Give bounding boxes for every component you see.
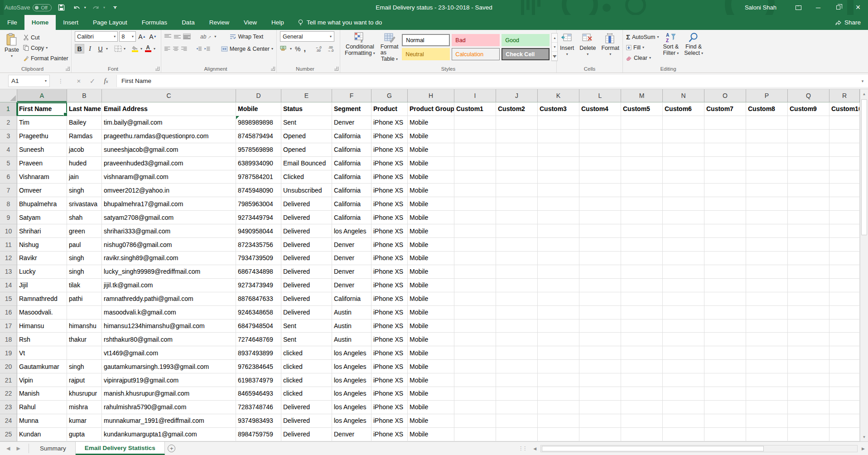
cell-E17[interactable]: Sent: [281, 319, 332, 333]
cell-K12[interactable]: [538, 252, 579, 265]
cell-E18[interactable]: Sent: [281, 333, 332, 346]
cell-B10[interactable]: green: [67, 224, 102, 238]
cell-H7[interactable]: Mobile: [408, 184, 454, 197]
cell-N6[interactable]: [663, 170, 704, 184]
cell-Q24[interactable]: [788, 414, 829, 428]
cell-O2[interactable]: [704, 116, 746, 130]
cell-A15[interactable]: Ramnathredd: [17, 292, 67, 306]
cell-J5[interactable]: [496, 157, 538, 170]
font-color-dropdown[interactable]: ▾: [154, 47, 155, 51]
cell-M9[interactable]: [621, 211, 663, 224]
cell-C25[interactable]: kundankumargupta1@gmail.com: [102, 428, 236, 441]
cell-L6[interactable]: [579, 170, 621, 184]
cell-G4[interactable]: iPhone XS: [371, 143, 408, 157]
cell-O4[interactable]: [704, 143, 746, 157]
cell-N16[interactable]: [663, 306, 704, 319]
cell-P11[interactable]: [746, 238, 788, 252]
cell-H16[interactable]: Mobile: [408, 306, 454, 319]
align-top-icon[interactable]: [164, 34, 171, 39]
cell-F14[interactable]: Denver: [332, 279, 371, 292]
cell-C13[interactable]: lucky_singh99989@rediffmail.com: [102, 265, 236, 279]
cell-N3[interactable]: [663, 130, 704, 143]
autosave-toggle[interactable]: Off: [33, 4, 51, 11]
cell-H3[interactable]: Mobile: [408, 130, 454, 143]
row-header-5[interactable]: 5: [0, 157, 17, 170]
cell-D21[interactable]: 6198374979: [236, 373, 281, 387]
align-left-icon[interactable]: [164, 46, 170, 51]
cell-G25[interactable]: iPhone XS: [371, 428, 408, 441]
cell-I8[interactable]: [454, 197, 496, 211]
comma-style-button[interactable]: ,: [304, 45, 305, 53]
cell-J25[interactable]: [496, 428, 538, 441]
row-header-15[interactable]: 15: [0, 292, 17, 306]
cell-R5[interactable]: [829, 157, 860, 170]
row-header-2[interactable]: 2: [0, 116, 17, 130]
cell-A3[interactable]: Prageethu: [17, 130, 67, 143]
cell-L2[interactable]: [579, 116, 621, 130]
cell-N7[interactable]: [663, 184, 704, 197]
cell-N17[interactable]: [663, 319, 704, 333]
cell-E15[interactable]: Delivered: [281, 292, 332, 306]
find-select-button[interactable]: Find & Select▾: [681, 31, 706, 63]
orientation-dropdown[interactable]: ▾: [214, 34, 216, 39]
cell-M4[interactable]: [621, 143, 663, 157]
cell-A21[interactable]: Vipin: [17, 373, 67, 387]
cell-R2[interactable]: [829, 116, 860, 130]
cell-K18[interactable]: [538, 333, 579, 346]
fill-button[interactable]: Fill ▾: [625, 42, 660, 53]
cell-D5[interactable]: 6389934090: [236, 157, 281, 170]
insert-cells-button[interactable]: Insert ▾: [557, 31, 577, 58]
cell-E21[interactable]: clicked: [281, 373, 332, 387]
cell-F24[interactable]: los Angeles: [332, 414, 371, 428]
cell-L1[interactable]: Custom4: [579, 102, 621, 116]
cell-Q20[interactable]: [788, 360, 829, 373]
cell-F25[interactable]: Denver: [332, 428, 371, 441]
cell-Q6[interactable]: [788, 170, 829, 184]
paste-button[interactable]: Paste ▾: [2, 31, 22, 63]
cell-B19[interactable]: [67, 346, 102, 360]
cell-M8[interactable]: [621, 197, 663, 211]
italic-button[interactable]: I: [85, 44, 95, 53]
cell-E23[interactable]: Delivered: [281, 401, 332, 414]
cell-I21[interactable]: [454, 373, 496, 387]
row-header-3[interactable]: 3: [0, 130, 17, 143]
cell-K14[interactable]: [538, 279, 579, 292]
row-header-6[interactable]: 6: [0, 170, 17, 184]
cell-Q8[interactable]: [788, 197, 829, 211]
cell-H10[interactable]: Mobile: [408, 224, 454, 238]
cell-N9[interactable]: [663, 211, 704, 224]
column-header-D[interactable]: D: [236, 89, 281, 102]
cell-N22[interactable]: [663, 387, 704, 401]
cell-B17[interactable]: himanshu: [67, 319, 102, 333]
cell-O15[interactable]: [704, 292, 746, 306]
cell-D8[interactable]: 7985963004: [236, 197, 281, 211]
cell-H14[interactable]: Mobile: [408, 279, 454, 292]
cell-K11[interactable]: [538, 238, 579, 252]
cell-G8[interactable]: iPhone XS: [371, 197, 408, 211]
number-format-select[interactable]: General▾: [280, 31, 334, 42]
cell-J16[interactable]: [496, 306, 538, 319]
cell-F9[interactable]: California: [332, 211, 371, 224]
accounting-dropdown[interactable]: ▾: [290, 47, 292, 51]
cell-O1[interactable]: Custom7: [704, 102, 746, 116]
cell-I7[interactable]: [454, 184, 496, 197]
cell-O10[interactable]: [704, 224, 746, 238]
cell-C4[interactable]: suneeshjacob@gmail.com: [102, 143, 236, 157]
cell-B3[interactable]: Ramdas: [67, 130, 102, 143]
format-dropdown[interactable]: ▾: [609, 52, 611, 56]
cell-G23[interactable]: iPhone XS: [371, 401, 408, 414]
cell-D11[interactable]: 8723435756: [236, 238, 281, 252]
ribbon-tab-review[interactable]: Review: [202, 15, 236, 30]
percent-style-button[interactable]: %: [295, 45, 300, 53]
cell-B7[interactable]: singh: [67, 184, 102, 197]
cell-M18[interactable]: [621, 333, 663, 346]
cell-D20[interactable]: 9762384645: [236, 360, 281, 373]
customize-quick-access-button[interactable]: ▾: [110, 2, 121, 13]
cell-B11[interactable]: paul: [67, 238, 102, 252]
cell-Q18[interactable]: [788, 333, 829, 346]
autosave-control[interactable]: AutoSave Off: [5, 4, 52, 11]
cell-B22[interactable]: khusrupur: [67, 387, 102, 401]
alignment-dialog-launcher[interactable]: [271, 67, 275, 71]
cell-A6[interactable]: Vishnaram: [17, 170, 67, 184]
cell-A11[interactable]: Nishug: [17, 238, 67, 252]
